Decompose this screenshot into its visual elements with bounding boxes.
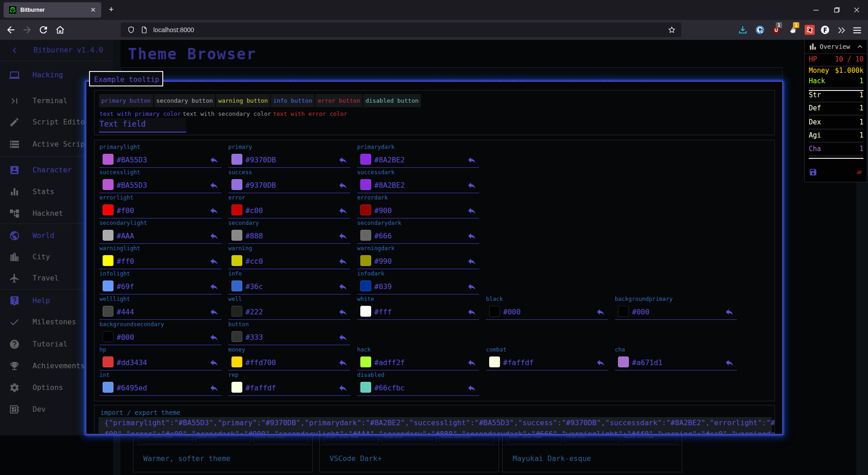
- color-swatch[interactable]: [231, 255, 242, 266]
- browser-tab[interactable]: Bitburner ✕: [4, 2, 101, 18]
- color-swatch[interactable]: [618, 306, 629, 317]
- collapse-sidebar-icon[interactable]: [9, 45, 20, 56]
- color-hex-value[interactable]: #333: [245, 333, 263, 342]
- kill-scripts-icon[interactable]: [855, 169, 863, 176]
- color-swatch[interactable]: [103, 331, 113, 342]
- color-swatch[interactable]: [489, 306, 500, 317]
- color-swatch[interactable]: [103, 179, 113, 190]
- tab-close-icon[interactable]: ✕: [89, 5, 98, 14]
- color-hex-value[interactable]: #36c: [245, 282, 263, 291]
- reset-color-icon[interactable]: [209, 256, 219, 266]
- primary-button[interactable]: primary button: [99, 94, 153, 107]
- home-button[interactable]: [55, 24, 66, 35]
- url-bar[interactable]: localhost:8000: [121, 23, 681, 37]
- color-hex-value[interactable]: #9370DB: [245, 181, 276, 190]
- script-manager-extension-icon[interactable]: 1: [788, 25, 798, 35]
- color-swatch[interactable]: [360, 356, 371, 367]
- reset-color-icon[interactable]: [467, 155, 476, 165]
- color-hex-value[interactable]: #6495ed: [117, 384, 147, 392]
- color-swatch[interactable]: [360, 204, 371, 215]
- reset-color-icon[interactable]: [467, 383, 476, 393]
- reset-color-icon[interactable]: [338, 383, 348, 393]
- color-swatch[interactable]: [231, 331, 242, 342]
- reset-color-icon[interactable]: [725, 307, 734, 317]
- example-text-field[interactable]: Text field: [99, 118, 186, 132]
- reset-color-icon[interactable]: [467, 307, 476, 317]
- theme-card-2[interactable]: Warmer, softer theme VSCode Dark+ Mayuka…: [319, 430, 499, 472]
- error-button[interactable]: error button: [315, 94, 362, 107]
- reset-color-icon[interactable]: [467, 206, 476, 215]
- color-swatch[interactable]: [231, 356, 242, 367]
- secondary-button[interactable]: secondary button: [154, 94, 215, 107]
- color-swatch[interactable]: [103, 306, 113, 317]
- reset-color-icon[interactable]: [338, 256, 348, 266]
- color-hex-value[interactable]: #dd3434: [117, 358, 147, 367]
- reset-color-icon[interactable]: [338, 180, 348, 190]
- reload-button[interactable]: [38, 24, 49, 35]
- bookmark-star-icon[interactable]: [668, 26, 676, 34]
- reset-color-icon[interactable]: [338, 358, 348, 367]
- color-swatch[interactable]: [231, 280, 242, 291]
- color-hex-value[interactable]: #c00: [245, 206, 263, 215]
- page-info-icon[interactable]: [140, 26, 148, 34]
- color-swatch[interactable]: [103, 230, 113, 241]
- color-hex-value[interactable]: #66cfbc: [374, 384, 405, 392]
- reset-color-icon[interactable]: [209, 155, 219, 165]
- color-hex-value[interactable]: #8A2BE2: [374, 181, 405, 190]
- color-swatch[interactable]: [231, 382, 242, 393]
- color-hex-value[interactable]: #000: [632, 308, 650, 316]
- privacy-extension-icon[interactable]: [805, 25, 815, 35]
- shield-icon[interactable]: [127, 26, 135, 34]
- color-hex-value[interactable]: #9370DB: [245, 156, 276, 164]
- color-hex-value[interactable]: #8A2BE2: [374, 156, 405, 164]
- color-swatch[interactable]: [231, 306, 242, 317]
- color-hex-value[interactable]: #ffd700: [245, 358, 276, 367]
- color-swatch[interactable]: [360, 382, 371, 393]
- reset-color-icon[interactable]: [467, 256, 476, 266]
- reset-color-icon[interactable]: [209, 332, 219, 342]
- color-swatch[interactable]: [360, 154, 371, 165]
- reset-color-icon[interactable]: [338, 307, 348, 317]
- overview-collapse-icon[interactable]: [855, 42, 864, 51]
- color-swatch[interactable]: [231, 204, 242, 215]
- color-hex-value[interactable]: #a671d1: [632, 358, 662, 367]
- color-hex-value[interactable]: #faffdf: [503, 358, 533, 367]
- color-swatch[interactable]: [231, 154, 242, 165]
- reset-color-icon[interactable]: [725, 358, 734, 367]
- forward-button[interactable]: [22, 24, 33, 35]
- overview-header[interactable]: Overview: [805, 40, 867, 53]
- color-hex-value[interactable]: #AAA: [117, 232, 134, 240]
- color-hex-value[interactable]: #BA55D3: [117, 156, 147, 164]
- color-hex-value[interactable]: #990: [374, 257, 392, 266]
- reset-color-icon[interactable]: [467, 282, 476, 291]
- color-hex-value[interactable]: #BA55D3: [117, 181, 147, 190]
- color-hex-value[interactable]: #f00: [117, 206, 134, 215]
- color-swatch[interactable]: [103, 255, 113, 266]
- warning-button[interactable]: warning button: [216, 94, 270, 107]
- window-close-button[interactable]: [851, 5, 862, 15]
- container-extension-icon[interactable]: [820, 25, 830, 35]
- reset-color-icon[interactable]: [338, 231, 348, 241]
- color-hex-value[interactable]: #fff: [374, 308, 392, 316]
- reset-color-icon[interactable]: [467, 180, 476, 190]
- color-hex-value[interactable]: #888: [245, 232, 263, 240]
- theme-card-3[interactable]: Warmer, softer theme VSCode Dark+ Mayuka…: [502, 430, 682, 472]
- color-hex-value[interactable]: #666: [374, 232, 392, 240]
- color-swatch[interactable]: [231, 179, 242, 190]
- back-button[interactable]: [5, 24, 16, 35]
- color-hex-value[interactable]: #cc0: [245, 257, 263, 266]
- color-hex-value[interactable]: #222: [245, 308, 263, 316]
- adblock-extension-icon[interactable]: 1: [771, 25, 781, 35]
- character-overview-panel[interactable]: Overview HP 10 / 10Money $1.000kHack 1St…: [804, 40, 867, 182]
- reset-color-icon[interactable]: [209, 307, 219, 317]
- color-hex-value[interactable]: #000: [503, 308, 521, 316]
- toolbar-overflow-icon[interactable]: [836, 25, 847, 36]
- color-swatch[interactable]: [360, 255, 371, 266]
- reset-color-icon[interactable]: [467, 358, 476, 367]
- reset-color-icon[interactable]: [596, 307, 605, 317]
- color-swatch[interactable]: [103, 356, 113, 367]
- color-swatch[interactable]: [103, 280, 113, 291]
- color-hex-value[interactable]: #adff2f: [374, 358, 405, 367]
- color-swatch[interactable]: [360, 306, 371, 317]
- reset-color-icon[interactable]: [338, 155, 348, 165]
